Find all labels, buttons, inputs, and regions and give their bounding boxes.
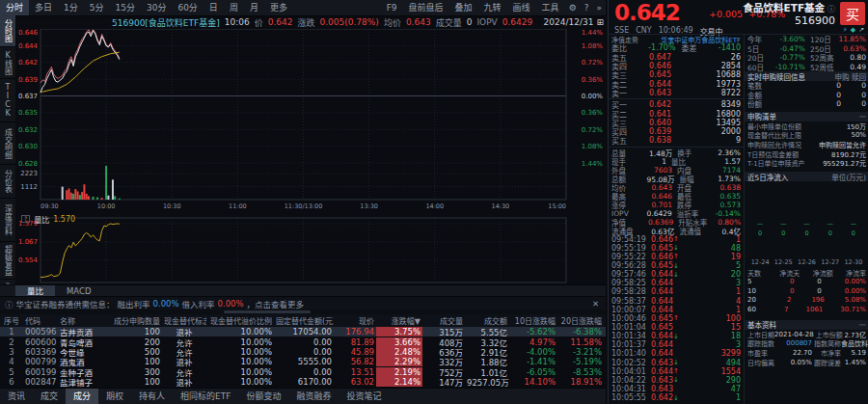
- bottom-tab-持有人[interactable]: 持有人: [131, 389, 173, 404]
- bid-row[interactable]: 买五0.6389: [609, 136, 744, 145]
- bottom-tab-相同标的ETF[interactable]: 相同标的ETF: [173, 389, 238, 404]
- tick-row: 09:58:250.6443: [609, 279, 744, 287]
- sidebar-item-分时图[interactable]: 分时图: [0, 15, 15, 47]
- calendar-grid-icon[interactable]: ⊞: [596, 17, 604, 27]
- period-tab-15分[interactable]: 15分: [110, 0, 141, 15]
- stat-value: 0.6429: [637, 209, 672, 218]
- level-price: 0.642: [635, 100, 671, 109]
- column-header-成交量[interactable]: 成交量: [422, 315, 465, 326]
- help-icon[interactable]: ?: [21, 215, 30, 223]
- cell-代码: 002847: [23, 377, 58, 387]
- sidebar-item-TICK[interactable]: TICK: [0, 79, 15, 122]
- sidebar-item-超级复盘[interactable]: 超级复盘: [0, 242, 15, 280]
- tool-menu-工具[interactable]: 工具: [536, 0, 565, 15]
- tool-menu-盘前盘后[interactable]: 盘前盘后: [403, 0, 449, 15]
- tool-menu-画线[interactable]: 画线: [507, 0, 536, 15]
- column-header-现金替代标志[interactable]: 现金替代标志: [162, 315, 206, 326]
- stat-value: 0.573: [705, 201, 741, 209]
- subscribe-value: 0: [841, 99, 866, 108]
- tool-menu-九转[interactable]: 九转: [478, 0, 507, 15]
- indicator-tab-量比[interactable]: 量比: [15, 285, 55, 296]
- ask-row[interactable]: 卖一0.6438722: [609, 89, 744, 97]
- tick-row: 09:55:220.646↑19: [609, 253, 744, 261]
- volume-bar: [105, 166, 107, 200]
- basic-label: 上市日期: [747, 330, 774, 339]
- tick-qty: 48: [681, 244, 741, 253]
- flash-icon[interactable]: ⚡: [843, 26, 848, 34]
- flow-dates: 12-2412-2512-2612-2712-30: [745, 258, 868, 266]
- flow-date: 12-30: [842, 258, 865, 266]
- volume-bar: [77, 191, 79, 200]
- column-header-成交额[interactable]: 成交额: [465, 315, 509, 326]
- sidebar-item-成交明细[interactable]: 成交明细: [0, 122, 15, 166]
- period-tab-日[interactable]: 日: [203, 0, 224, 15]
- collapse-icon[interactable]: —: [859, 320, 867, 329]
- tick-row: 10:00:070.6441: [609, 306, 744, 314]
- period-tab-1分[interactable]: 1分: [58, 0, 84, 15]
- period-tab-60分[interactable]: 60分: [172, 0, 203, 15]
- time-axis-label: 13:30: [360, 202, 378, 210]
- basic-value: 2.73亿: [843, 330, 866, 339]
- tool-menu-F9[interactable]: F9: [381, 0, 403, 15]
- column-header-序号[interactable]: 序号: [0, 315, 23, 326]
- cell-固定替代金额(元): 5555.00: [274, 357, 334, 366]
- chevron-right-icon[interactable]: »: [592, 3, 606, 13]
- liangbi-axis-label: 0.554: [18, 256, 39, 264]
- indicator-tab-MACD[interactable]: MACD: [55, 285, 102, 296]
- column-header-20日涨跌幅[interactable]: 20日涨跌幅: [557, 315, 604, 326]
- column-header-现金替代溢价比例[interactable]: 现金替代溢价比例: [206, 315, 274, 326]
- sidebar-item-分价表[interactable]: 分价表: [0, 165, 15, 199]
- bottom-tab-成分[interactable]: 成分: [66, 389, 98, 404]
- period-tab-月[interactable]: 月: [244, 0, 264, 15]
- period-tab-5分[interactable]: 5分: [84, 0, 110, 15]
- gear-icon[interactable]: ⚙: [565, 3, 581, 13]
- level-price: 0.643: [635, 89, 671, 97]
- column-header-10日涨跌幅[interactable]: 10日涨跌幅: [509, 315, 557, 326]
- buy-button[interactable]: 买: [840, 2, 865, 25]
- scrollbar-thumb[interactable]: [224, 310, 311, 313]
- collapse-icon[interactable]: —: [859, 112, 867, 121]
- volume-bar: [79, 195, 81, 200]
- bottom-tab-投资笔记[interactable]: 投资笔记: [339, 389, 389, 404]
- bottom-tab-份额变动[interactable]: 份额变动: [238, 389, 288, 404]
- arrow-icon[interactable]: ↗: [858, 26, 864, 34]
- column-header-成分申购数量[interactable]: 成分申购数量: [108, 315, 162, 326]
- percent-axis-label: 0.00%: [582, 93, 604, 100]
- flow-net-amount: 0: [794, 278, 821, 285]
- column-header-代码[interactable]: 代码: [23, 315, 58, 326]
- sidebar-item-K线图[interactable]: K线图: [0, 47, 15, 79]
- flow-net-rate: 0.00%: [822, 278, 866, 285]
- column-header-名称[interactable]: 名称: [58, 315, 108, 326]
- list-header: 申购清单—: [745, 112, 868, 121]
- stat-value: 1: [637, 157, 666, 166]
- tick-price: 0.644: [646, 287, 673, 296]
- period-tab-更多[interactable]: 更多: [264, 0, 293, 15]
- info-icon[interactable]: ⓘ: [827, 5, 835, 13]
- period-tab-分时[interactable]: 分时: [0, 0, 29, 15]
- bottom-tab-资讯[interactable]: 资讯: [0, 389, 33, 404]
- column-header-固定替代金额(元)[interactable]: 固定替代金额(元): [274, 315, 334, 326]
- period-tab-多日[interactable]: 多日: [29, 0, 58, 15]
- bottom-tab-期权[interactable]: 期权: [98, 389, 131, 404]
- liangbi-chart[interactable]: 1.5791.0670.554: [15, 214, 606, 284]
- bottom-tab-融资融券[interactable]: 融资融券: [288, 389, 339, 404]
- period-tab-30分[interactable]: 30分: [141, 0, 172, 15]
- list-value: 50%: [851, 131, 866, 139]
- tick-row: 09:56:280.645↓5: [609, 261, 744, 270]
- notice-more-link[interactable]: ，点击查看更多: [247, 298, 305, 310]
- intraday-chart[interactable]: 0.6460.6440.6420.6390.6370.6350.6320.630…: [15, 29, 606, 214]
- column-header-涨跌幅[interactable]: 涨跌幅▼: [376, 315, 422, 326]
- indicator-tabs: 量比MACD: [0, 284, 606, 297]
- close-icon[interactable]: ✕: [592, 299, 606, 309]
- flow-zero-bar: —: [772, 220, 795, 228]
- flow-title: 近5日净流入: [747, 172, 788, 182]
- flow-net-rate: 0.00%: [822, 287, 866, 295]
- diamond-icon[interactable]: ◆: [851, 26, 855, 34]
- help-icon[interactable]: ?: [581, 3, 593, 13]
- column-header-现价[interactable]: 现价: [334, 315, 376, 326]
- period-tab-周[interactable]: 周: [224, 0, 244, 15]
- tick-row: 09:58:280.6441: [609, 287, 744, 296]
- bottom-tab-成交[interactable]: 成交: [33, 389, 66, 404]
- tool-menu-叠加[interactable]: 叠加: [449, 0, 478, 15]
- sidebar-item-深度资料[interactable]: 深度资料: [0, 199, 15, 242]
